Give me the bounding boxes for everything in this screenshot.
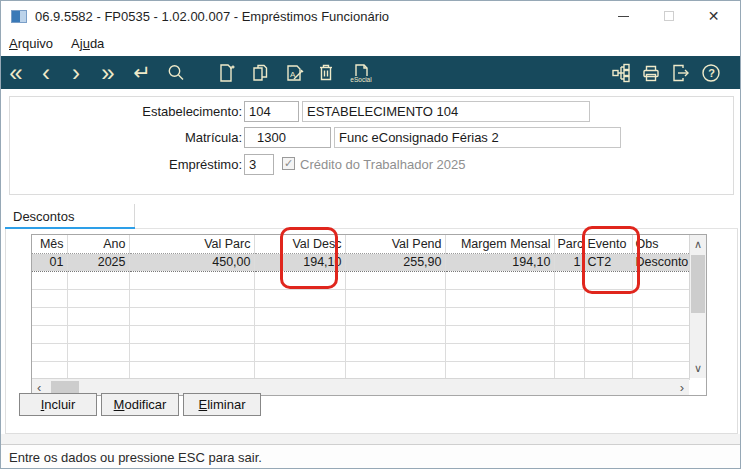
empty-cell[interactable] [32,271,67,289]
emprestimo-input[interactable]: 3 [244,154,274,175]
print-button[interactable] [636,56,666,89]
cell-margem-mensal[interactable]: 194,10 [445,253,554,271]
empty-cell[interactable] [254,271,345,289]
empty-cell[interactable] [129,325,254,343]
vertical-scroll-thumb[interactable] [691,255,705,313]
edit-record-button[interactable]: A [277,56,311,89]
empty-cell[interactable] [584,271,632,289]
search-button[interactable] [159,56,193,89]
cell-evento[interactable]: CT2 [584,253,632,271]
first-record-button[interactable]: « [1,56,31,89]
col-header-margem-mensal[interactable]: Margem Mensal [445,235,554,253]
confirm-button[interactable]: ↵ [125,56,159,89]
empty-cell[interactable] [445,271,554,289]
empty-cell[interactable] [584,343,632,361]
delete-record-button[interactable] [311,56,341,89]
empty-cell[interactable] [254,307,345,325]
col-header-obs[interactable]: Obs [632,235,689,253]
help-button[interactable]: ? [696,56,726,89]
col-header-parc[interactable]: Parc [554,235,584,253]
empty-cell[interactable] [584,307,632,325]
table-row-empty[interactable] [32,361,689,379]
menu-arquivo[interactable]: Arquivo [9,36,53,51]
empty-cell[interactable] [129,307,254,325]
empty-cell[interactable] [554,343,584,361]
matricula-input[interactable]: 1300 [244,127,331,148]
empty-cell[interactable] [632,325,689,343]
empty-cell[interactable] [129,361,254,379]
empty-cell[interactable] [632,307,689,325]
col-header-mes[interactable]: Mês [32,235,67,253]
esocial-button[interactable]: eSocial [341,56,381,89]
empty-cell[interactable] [345,289,445,307]
empty-cell[interactable] [445,289,554,307]
table-row-empty[interactable] [32,307,689,325]
empty-cell[interactable] [67,325,129,343]
empty-cell[interactable] [632,271,689,289]
incluir-button[interactable]: Incluir [19,393,97,416]
new-record-button[interactable] [209,56,243,89]
empty-cell[interactable] [32,343,67,361]
table-row-empty[interactable] [32,343,689,361]
empty-cell[interactable] [254,325,345,343]
empty-cell[interactable] [345,343,445,361]
empty-cell[interactable] [32,361,67,379]
empty-cell[interactable] [254,289,345,307]
eliminar-button[interactable]: Eliminar [183,393,261,416]
scroll-down-icon[interactable]: ∨ [690,362,706,375]
empty-cell[interactable] [554,289,584,307]
tab-descontos[interactable]: Descontos [5,204,135,229]
credito-trabalhador-checkbox[interactable]: ✓ [282,157,295,170]
empty-cell[interactable] [129,289,254,307]
col-header-val-pend[interactable]: Val Pend [345,235,445,253]
empty-cell[interactable] [554,361,584,379]
empty-cell[interactable] [129,271,254,289]
empty-cell[interactable] [554,325,584,343]
prev-record-button[interactable]: ‹ [31,56,61,89]
empty-cell[interactable] [445,361,554,379]
cell-ano[interactable]: 2025 [67,253,129,271]
empty-cell[interactable] [67,289,129,307]
col-header-val-parc[interactable]: Val Parc [129,235,254,253]
empty-cell[interactable] [32,325,67,343]
exit-button[interactable] [666,56,696,89]
col-header-val-desc[interactable]: Val Desc [254,235,345,253]
cell-mes[interactable]: 01 [32,253,67,271]
vertical-scrollbar[interactable]: ∧ ∨ [689,235,706,378]
empty-cell[interactable] [632,289,689,307]
maximize-button[interactable] [646,1,691,31]
empty-cell[interactable] [67,271,129,289]
empty-cell[interactable] [445,307,554,325]
empty-cell[interactable] [32,289,67,307]
empty-cell[interactable] [554,307,584,325]
empty-cell[interactable] [254,343,345,361]
cell-obs[interactable]: Desconto [632,253,689,271]
col-header-ano[interactable]: Ano [67,235,129,253]
table-row-empty[interactable] [32,325,689,343]
last-record-button[interactable]: » [91,56,125,89]
empty-cell[interactable] [554,271,584,289]
empty-cell[interactable] [345,307,445,325]
table-row-empty[interactable] [32,271,689,289]
empty-cell[interactable] [445,343,554,361]
empty-cell[interactable] [67,307,129,325]
empty-cell[interactable] [254,361,345,379]
next-record-button[interactable]: › [61,56,91,89]
empty-cell[interactable] [32,307,67,325]
cell-val-desc[interactable]: 194,10 [254,253,345,271]
empty-cell[interactable] [345,325,445,343]
cell-val-pend[interactable]: 255,90 [345,253,445,271]
col-header-evento[interactable]: Evento [584,235,632,253]
empty-cell[interactable] [632,343,689,361]
estabelecimento-input[interactable]: 104 [244,101,299,122]
cell-parc[interactable]: 1 [554,253,584,271]
empty-cell[interactable] [345,271,445,289]
menu-ajuda[interactable]: Ajuda [71,36,104,51]
table-row-selected[interactable]: 01 2025 450,00 194,10 255,90 194,10 1 CT… [32,253,689,271]
related-programs-button[interactable] [606,56,636,89]
empty-cell[interactable] [445,325,554,343]
empty-cell[interactable] [584,361,632,379]
table-row-empty[interactable] [32,289,689,307]
empty-cell[interactable] [584,289,632,307]
empty-cell[interactable] [67,361,129,379]
